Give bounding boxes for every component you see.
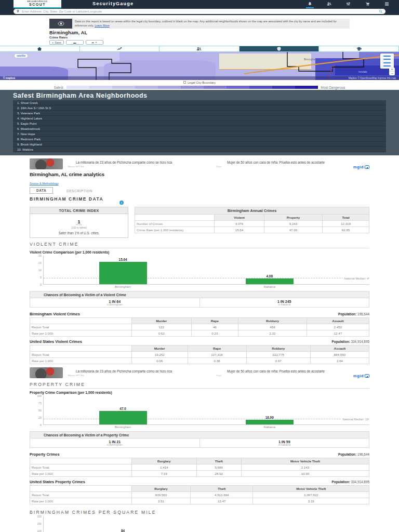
crime-data-heading: BIRMINGHAM CRIME DATA i	[30, 196, 369, 205]
table-title: Birmingham Violent Crimes	[30, 312, 80, 316]
divider	[30, 248, 369, 248]
annual-crimes-table-wrap: Birmingham Annual Crimes Violent Propert…	[135, 207, 369, 238]
ad-image[interactable]	[30, 158, 63, 169]
plot-area: National Median: 26.9 84Birmingham 10Ala…	[43, 516, 369, 532]
map-zoom-control: + −	[389, 68, 395, 75]
chances-title: Chances of Becoming a Victim of a Proper…	[30, 432, 369, 438]
chevron-down-icon: ▼	[95, 41, 97, 44]
list-item[interactable]: 9. Brook Highland	[13, 142, 386, 147]
list-item[interactable]: 4. Highland Lakes	[13, 116, 386, 121]
eye-icon	[49, 19, 72, 29]
ad-row-top: La millonaria de 23 años de Pichincha co…	[30, 158, 369, 169]
annual-crimes-table: Birmingham Annual Crimes Violent Propert…	[135, 207, 369, 233]
alabama-bar	[246, 278, 294, 284]
ad-image[interactable]	[30, 367, 63, 378]
list-item[interactable]: 1. Shoal Creek	[13, 100, 386, 105]
mgid-logo[interactable]: mgid	[353, 374, 369, 378]
mgid-play-icon	[365, 374, 369, 378]
ad-source: Onyx	[216, 374, 336, 377]
ad-headline[interactable]: Mujer de 50 años con cara de niña: Prueb…	[216, 161, 336, 165]
save-button[interactable]: +Save	[49, 40, 64, 45]
location-pin-icon	[16, 9, 20, 13]
chance-sub: in Birmingham	[30, 444, 200, 446]
chance-value: 1 IN 64	[30, 300, 200, 303]
info-icon[interactable]: i	[119, 201, 124, 205]
source-methodology-link[interactable]: Source & Methodology	[30, 182, 59, 185]
menu-icon[interactable]	[384, 1, 390, 7]
birmingham-violent-crimes-table: MurderRapeRobberyAssault Report Total122…	[30, 317, 369, 337]
total-crime-index-box: TOTAL CRIME INDEX 1 (100 is safest) Safe…	[30, 207, 128, 238]
row-label: Report Total	[30, 324, 132, 330]
tab-real-estate[interactable]	[0, 46, 80, 51]
cell: 0.38	[188, 358, 246, 364]
compare-button[interactable]: ▬	[66, 40, 84, 45]
chance-sub: in Alabama	[200, 444, 369, 446]
table-title: United States Violent Crimes	[30, 339, 82, 344]
share-button[interactable]: ➦▼	[86, 40, 103, 45]
map-measure-tool[interactable]	[381, 58, 393, 61]
birmingham-bar	[99, 411, 147, 424]
mgid-logo[interactable]: mgid	[353, 165, 369, 169]
page: NEIGHBORHOOD SCOUT SecurityGauge	[0, 0, 399, 532]
navbar-icons	[307, 1, 390, 7]
zoom-in-button[interactable]: +	[389, 68, 395, 72]
main-content: La millonaria de 23 años de Pichincha co…	[0, 155, 399, 532]
tab-description[interactable]: DESCRIPTION	[60, 188, 99, 194]
ad-headline[interactable]: Mujer de 50 años con cara de niña: Prueb…	[216, 369, 336, 374]
osm-attribution[interactable]: Mapbox © OpenStreetMap Improve this map	[349, 77, 396, 79]
tab-home-values[interactable]	[80, 46, 160, 51]
cell: 46	[191, 324, 238, 330]
ad-headline[interactable]: La millonaria de 23 años de Pichincha co…	[68, 161, 180, 165]
search-input[interactable]	[22, 10, 377, 13]
population-label: Population: 334,914,895	[332, 480, 369, 484]
list-item[interactable]: 2. 16th Ave S / 16th St S	[13, 105, 386, 111]
table-title: Property Crimes	[30, 452, 60, 457]
tab-crime[interactable]	[240, 46, 320, 51]
list-item[interactable]: 6. Meadowbrook	[13, 126, 386, 131]
column-header: Rape	[191, 318, 238, 324]
list-item[interactable]: 7. New Hope	[13, 131, 386, 137]
column-header: Theft	[196, 458, 241, 464]
agents-icon[interactable]	[326, 1, 332, 7]
list-item[interactable]: 5. Eagle Point	[13, 121, 386, 126]
map-draw-tool[interactable]	[381, 61, 393, 64]
bar-category: Birmingham	[99, 425, 147, 429]
cell: 28.92	[196, 471, 241, 477]
crime-index-scale-note: (100 is safest)	[32, 227, 126, 229]
map-layers-tool[interactable]	[381, 55, 393, 57]
violent-chart-title: Violent Crime Comparison (per 1,000 resi…	[30, 250, 369, 254]
ad-source: Onyx	[216, 165, 336, 168]
violent-crime-chart: 20151050 National Median: 4 15.64Birming…	[30, 256, 369, 285]
column-header: Violent	[215, 215, 264, 221]
ad-row-middle: La millonaria de 23 años de Pichincha co…	[30, 367, 369, 378]
share-icon: ➦	[91, 41, 94, 44]
legal-city-boundary-checkbox[interactable]	[183, 81, 186, 84]
satellite-toggle[interactable]: satellite	[15, 54, 28, 58]
alabama-bar	[246, 420, 294, 424]
column-header: Property	[264, 215, 322, 221]
cell: 4,512,664	[191, 492, 253, 498]
map-overlay-lines	[0, 52, 399, 80]
tab-demographics[interactable]	[159, 46, 240, 51]
neighborhoodscout-logo[interactable]: NEIGHBORHOOD SCOUT	[14, 0, 61, 8]
cell: 122	[131, 324, 191, 330]
list-item[interactable]: 3. Veterans Park	[13, 111, 386, 116]
list-item[interactable]: 8. Redmont Park	[13, 137, 386, 142]
cart-icon[interactable]	[365, 1, 370, 7]
tab-schools[interactable]	[319, 46, 399, 51]
ad-headline[interactable]: La millonaria de 23 años de Pichincha co…	[68, 369, 180, 374]
map-fullscreen-tool[interactable]	[381, 65, 393, 68]
bar-value: 47.0	[99, 407, 147, 410]
property-crime-chart: 1007550250 National Median: 19 47.0Birmi…	[30, 396, 369, 425]
zoom-out-button[interactable]: −	[389, 72, 395, 75]
us-violent-crimes-table: MurderRapeRobberyAssault Report Total19,…	[30, 345, 369, 364]
list-item[interactable]: 10. Watkins	[13, 147, 386, 152]
learn-more-link[interactable]: Learn More	[95, 24, 110, 27]
tab-data[interactable]: DATA	[30, 187, 53, 194]
crime-map[interactable]: Birmingham Bessemer Irondale satellite +…	[0, 52, 399, 80]
ad-source: Bitcoin GPT Bot	[68, 374, 180, 377]
mapbox-logo[interactable]: © mapbox	[3, 77, 15, 79]
search-icon[interactable]	[379, 9, 383, 14]
filters-icon[interactable]	[345, 1, 351, 7]
notifications-icon[interactable]	[307, 1, 313, 7]
